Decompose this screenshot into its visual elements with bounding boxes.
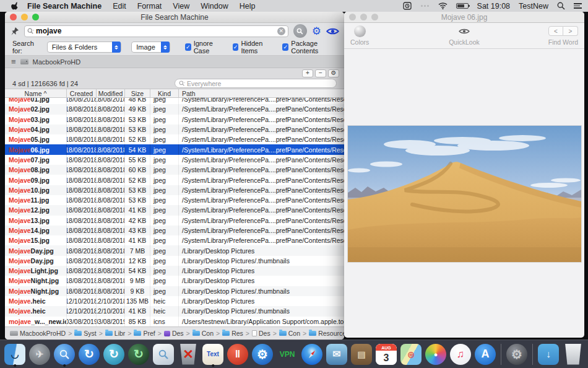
dock-finder-icon[interactable]: ◡ bbox=[3, 342, 27, 367]
dock-sync-app-blue-icon[interactable]: ↻ bbox=[77, 342, 101, 367]
breadcrumb-item[interactable]: Libr bbox=[105, 330, 126, 337]
dock-sync-app-green-icon[interactable]: ↻ bbox=[127, 342, 150, 367]
battery-icon[interactable] bbox=[456, 3, 469, 9]
dock-gear-wrench-app-icon[interactable]: ⚙ bbox=[251, 342, 274, 367]
source-name[interactable]: MacbookProHD bbox=[33, 58, 81, 66]
menu-help[interactable]: Help bbox=[240, 2, 256, 11]
table-row[interactable]: Mojave Day.jpg18/08/201818/08/201812 KBj… bbox=[5, 256, 344, 266]
column-header-created[interactable]: Created bbox=[67, 89, 97, 97]
notification-center-icon[interactable] bbox=[574, 2, 582, 10]
breadcrumb-item[interactable]: Des bbox=[164, 330, 184, 337]
table-row[interactable]: Mojave.heic12/10/201812/10/201841 KBheic… bbox=[5, 306, 344, 316]
dock-trash-icon[interactable] bbox=[561, 342, 585, 367]
column-header-path[interactable]: Path bbox=[179, 89, 344, 97]
dock-utilities-red-app-icon[interactable]: ‖ bbox=[226, 342, 249, 367]
dock-app-store-icon[interactable]: A bbox=[473, 342, 497, 367]
dock-calendar-icon[interactable]: AUG3 bbox=[374, 342, 398, 367]
dock-maps-icon[interactable]: ◎ bbox=[399, 342, 423, 367]
file-type-select[interactable]: Image bbox=[131, 42, 170, 53]
spotlight-search-icon[interactable] bbox=[557, 2, 565, 10]
table-row[interactable]: Mojave 04.jpg18/08/201818/08/201853 KBjp… bbox=[5, 125, 344, 134]
breadcrumb-item[interactable]: Con bbox=[192, 330, 214, 337]
table-row[interactable]: Mojave 07.jpg18/08/201818/08/201855 KBjp… bbox=[5, 155, 344, 165]
breadcrumb-item[interactable]: Con bbox=[279, 330, 300, 337]
column-header-kind[interactable]: Kind bbox=[150, 89, 179, 97]
table-row[interactable]: Mojave 11.jpg18/08/201818/08/201853 KBjp… bbox=[5, 195, 344, 205]
filter-input[interactable]: Everywhere bbox=[175, 79, 337, 88]
breadcrumb-item[interactable]: MacbookProHD bbox=[10, 330, 66, 337]
dock-preview-search-app-icon[interactable] bbox=[152, 342, 175, 367]
menu-view[interactable]: View bbox=[173, 2, 189, 11]
table-row[interactable]: Mojave Night.jpg18/08/201818/08/20189 MB… bbox=[5, 276, 344, 286]
breadcrumb-item[interactable]: Resources bbox=[309, 330, 344, 337]
dimmed-status-icon[interactable] bbox=[420, 5, 430, 7]
apple-menu-icon[interactable] bbox=[11, 2, 20, 11]
column-header-name[interactable]: Name ^ bbox=[5, 89, 67, 97]
menu-window[interactable]: Window bbox=[201, 2, 228, 11]
title-bar[interactable]: File Search Machine bbox=[5, 12, 344, 23]
dock-itunes-icon[interactable]: ♫ bbox=[449, 342, 472, 367]
table-row[interactable]: Mojave Night.jpg18/08/201818/08/20189 KB… bbox=[5, 286, 344, 296]
breadcrumb-item[interactable]: Des bbox=[252, 330, 270, 337]
breadcrumb-item[interactable]: Syst bbox=[74, 330, 96, 337]
settings-gear-button[interactable]: ⚙ bbox=[312, 26, 321, 37]
clock-grid-status-icon[interactable] bbox=[403, 2, 412, 10]
table-row[interactable]: Mojave 09.jpg18/08/201818/08/201852 KBjp… bbox=[5, 175, 344, 185]
table-row[interactable]: Mojave 08.jpg18/08/201818/08/201860 KBjp… bbox=[5, 165, 344, 175]
clear-search-button[interactable]: ✕ bbox=[277, 27, 285, 35]
table-row[interactable]: Mojave 10.jpg18/08/201818/08/201853 KBjp… bbox=[5, 185, 344, 195]
table-row[interactable]: Mojave 01.jpg18/08/201818/08/201848 KBjp… bbox=[5, 98, 344, 104]
dock-launchpad-icon[interactable]: ✈ bbox=[28, 342, 51, 367]
dock-contacts-icon[interactable]: ▤ bbox=[350, 342, 373, 367]
table-row[interactable]: Mojave Day.jpg18/08/201818/08/20187 MBjp… bbox=[5, 245, 344, 255]
checkbox-ignore-case[interactable]: ✓Ignore Case bbox=[185, 40, 224, 55]
active-app-menu[interactable]: File Search Machine bbox=[27, 2, 102, 11]
search-input[interactable]: mojave ✕ bbox=[24, 25, 288, 37]
table-row[interactable]: Mojave 03.jpg18/08/201818/08/201853 KBjp… bbox=[5, 115, 344, 125]
dock-textedit-icon[interactable]: Text bbox=[201, 342, 225, 367]
menu-clock[interactable]: Sat 19:08 bbox=[477, 2, 511, 11]
column-header-modified[interactable]: Modified bbox=[97, 89, 125, 97]
table-row[interactable]: Mojave 13.jpg18/08/201818/08/201842 KBjp… bbox=[5, 216, 344, 226]
remove-button[interactable]: − bbox=[315, 69, 326, 77]
table-row[interactable]: Mojave 05.jpg18/08/201818/08/201852 KBjp… bbox=[5, 134, 344, 144]
dock-system-preferences-icon[interactable]: ⚙ bbox=[505, 342, 529, 367]
menu-edit[interactable]: Edit bbox=[113, 2, 126, 11]
dock-mail-icon[interactable]: ✉ bbox=[325, 342, 348, 367]
menu-format[interactable]: Format bbox=[137, 2, 162, 11]
user-switch-menu[interactable]: TestNew bbox=[519, 2, 548, 11]
table-row[interactable]: Mojave 06.jpg18/08/201818/08/201854 KBjp… bbox=[5, 144, 344, 154]
run-search-button[interactable] bbox=[293, 24, 307, 38]
dock-downloads-folder-icon[interactable]: ↓ bbox=[537, 342, 560, 367]
find-previous-button[interactable]: < bbox=[548, 26, 563, 36]
checkbox-hidden-items[interactable]: ✓Hidden Items bbox=[233, 40, 274, 55]
table-row[interactable]: Mojave 12.jpg18/08/201818/08/201841 KBjp… bbox=[5, 205, 344, 215]
table-row[interactable]: Mojave 15.jpg18/08/201818/08/201841 KBjp… bbox=[5, 235, 344, 245]
table-row[interactable]: Mojave Light.jpg18/08/201818/08/201854 K… bbox=[5, 266, 344, 276]
table-row[interactable]: Mojave.heic12/10/201812/10/2018135 MBhei… bbox=[5, 296, 344, 306]
table-row[interactable]: mojave_w..._new.icns03/08/201903/08/2019… bbox=[5, 317, 344, 326]
action-gear-button[interactable]: ⚙ bbox=[328, 69, 339, 77]
quicklook-button[interactable]: QuickLook bbox=[443, 25, 486, 46]
title-bar[interactable]: Mojave 06.jpg bbox=[344, 12, 584, 23]
checkbox-package-contents[interactable]: ✓Package Contents bbox=[282, 40, 337, 55]
dock-safari-icon[interactable] bbox=[300, 342, 324, 367]
table-row[interactable]: Mojave 02.jpg18/08/201818/08/201849 KBjp… bbox=[5, 104, 344, 114]
breadcrumb-item[interactable]: Pref bbox=[134, 330, 155, 337]
find-next-button[interactable]: > bbox=[563, 26, 578, 36]
sidebar-toggle-icon[interactable]: ≡ bbox=[11, 57, 16, 66]
table-row[interactable]: Mojave 14.jpg18/08/201818/08/201843 KBjp… bbox=[5, 226, 344, 235]
preview-eye-button[interactable] bbox=[326, 27, 339, 35]
pin-icon[interactable] bbox=[10, 27, 19, 36]
dock-sync-app-teal-icon[interactable]: ↻ bbox=[102, 342, 126, 367]
dock-file-search-machine-icon[interactable] bbox=[53, 342, 76, 367]
dock-vpn-app-icon[interactable]: VPN bbox=[275, 342, 299, 367]
add-button[interactable]: + bbox=[302, 69, 313, 77]
colors-button[interactable]: Colors bbox=[350, 25, 369, 46]
wifi-icon[interactable] bbox=[438, 2, 447, 9]
column-header-size[interactable]: Size bbox=[125, 89, 150, 97]
dock-trash-delete-app-icon[interactable]: ✕ bbox=[176, 342, 200, 367]
breadcrumb-item[interactable]: Res bbox=[222, 330, 243, 337]
scope-select[interactable]: Files & Folders bbox=[47, 42, 121, 53]
dock-photos-icon[interactable]: ● bbox=[424, 342, 447, 367]
